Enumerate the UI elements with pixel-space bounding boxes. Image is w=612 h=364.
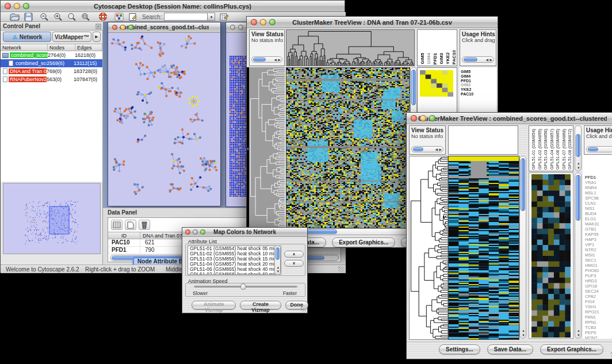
zoom-button[interactable] bbox=[269, 19, 276, 25]
attribute-list-item[interactable]: GPL51-07 (GSM868) heat shock 60 min bbox=[188, 272, 281, 275]
tab-vizmapper[interactable]: VizMapper™ bbox=[52, 32, 91, 42]
tv2-row-dendrogram[interactable] bbox=[409, 156, 448, 340]
network-list-item[interactable]: RNAPuberNov2+ 563(0) 107847(0) bbox=[1, 75, 102, 83]
gene-label[interactable]: GPI16 bbox=[584, 283, 612, 289]
network-list-item[interactable]: combined_sco 2569(6) 13112(15) bbox=[1, 59, 102, 67]
gene-label[interactable]: MON2 bbox=[584, 335, 612, 339]
gene-label[interactable]: GIM3 bbox=[460, 83, 496, 87]
vizmapper-palette-icon[interactable] bbox=[114, 13, 124, 21]
network-window-1-titlebar[interactable]: combined_scores_good.txt--cluste... bbox=[108, 22, 220, 33]
gene-label[interactable]: NIS1 bbox=[584, 206, 612, 211]
gene-label[interactable]: PFD1 bbox=[584, 175, 612, 180]
gene-label[interactable]: KAP95 bbox=[584, 232, 612, 237]
view-status-hscrollbar[interactable]: ◀▶ bbox=[411, 146, 443, 152]
gene-label[interactable]: HMG1 bbox=[584, 263, 612, 268]
close-button[interactable] bbox=[185, 229, 190, 235]
gene-label[interactable]: MSL1 bbox=[584, 190, 612, 196]
minimize-button[interactable] bbox=[238, 25, 243, 30]
zoom-button[interactable] bbox=[128, 25, 133, 30]
gene-label[interactable]: MAK31 bbox=[584, 221, 612, 227]
move-down-button[interactable]: ∨ bbox=[284, 260, 304, 267]
gene-label[interactable]: YRA1 bbox=[584, 180, 612, 185]
minimize-button[interactable] bbox=[193, 229, 198, 235]
tv2-heatmap-vscrollbar[interactable]: ▲▼ bbox=[519, 156, 526, 339]
dialog-button[interactable]: Animate Vizmap bbox=[192, 301, 236, 309]
tv1-row-dendrogram[interactable] bbox=[249, 67, 285, 227]
open-folder-icon[interactable] bbox=[10, 13, 20, 21]
gene-label[interactable]: NTR2 bbox=[584, 247, 612, 252]
network-list-item[interactable]: DNA and Tran 07 769(0) 183728(0) bbox=[1, 67, 102, 75]
gene-label[interactable]: RPO21 bbox=[584, 309, 612, 315]
resize-grip[interactable] bbox=[301, 306, 306, 312]
close-button[interactable] bbox=[112, 25, 117, 30]
float-panel-icon[interactable] bbox=[95, 24, 101, 29]
column-label[interactable]: GIM4 bbox=[426, 53, 432, 64]
tab-network[interactable]: Network bbox=[3, 32, 51, 42]
treeview1-titlebar[interactable]: ClusterMaker TreeView : DNA and Tran 07-… bbox=[247, 17, 498, 28]
tv2-zoom-heatmap[interactable] bbox=[531, 174, 571, 338]
gene-label[interactable]: VIP1 bbox=[584, 242, 612, 247]
close-button[interactable] bbox=[411, 115, 417, 121]
zoom-button[interactable] bbox=[200, 229, 205, 235]
column-label[interactable]: GPL51-02 (GSM855) bbox=[537, 129, 544, 170]
gene-label[interactable]: ELG1 bbox=[584, 216, 612, 221]
annotation-edit-icon[interactable] bbox=[128, 13, 137, 21]
search-dropdown-arrow[interactable]: ▾ bbox=[208, 13, 215, 21]
birdseye-canvas[interactable] bbox=[3, 183, 100, 254]
birdseye-view[interactable] bbox=[3, 183, 101, 254]
move-up-button[interactable]: ∧ bbox=[284, 251, 304, 258]
usage-hints-hscrollbar[interactable]: ◀▶ bbox=[462, 56, 494, 63]
gene-label[interactable]: HRD3 bbox=[584, 278, 612, 283]
tab-more-button[interactable]: ▶ bbox=[93, 32, 101, 42]
column-label[interactable]: GPL51-04 (GSM857) bbox=[549, 129, 556, 170]
gene-label[interactable]: PUF3 bbox=[584, 273, 612, 278]
zoom-button[interactable] bbox=[23, 3, 29, 9]
resize-grip[interactable] bbox=[338, 266, 345, 273]
network-view-canvas[interactable] bbox=[109, 33, 220, 206]
column-label[interactable]: GIM3 bbox=[439, 53, 445, 64]
treeview-action-button[interactable]: Export Graphics... bbox=[332, 237, 395, 247]
gene-label[interactable]: YKE2 bbox=[460, 87, 496, 92]
tv1-column-dendrogram[interactable] bbox=[286, 29, 415, 66]
zoom-button[interactable] bbox=[429, 115, 435, 121]
gene-label[interactable]: PAN1 bbox=[584, 315, 612, 320]
treeview-action-button[interactable]: Settings... bbox=[439, 344, 480, 354]
column-label[interactable]: PFD1 bbox=[433, 53, 438, 64]
column-label[interactable]: PAC10 bbox=[452, 50, 457, 64]
close-button[interactable] bbox=[251, 19, 257, 25]
gene-label[interactable]: GIM5 bbox=[460, 70, 496, 74]
zoom-in-icon[interactable] bbox=[53, 13, 63, 21]
column-label[interactable]: GPL51-08 (GSM872) bbox=[567, 129, 573, 170]
gene-label[interactable]: GTB1 bbox=[584, 227, 612, 232]
network-list-item[interactable]: combined_scores 2764(0) 16218(0) bbox=[1, 51, 102, 59]
minimize-button[interactable] bbox=[260, 19, 266, 25]
gene-label[interactable]: SEC24 bbox=[584, 289, 612, 294]
gene-label[interactable]: CLN1 bbox=[584, 201, 612, 206]
close-button[interactable] bbox=[5, 3, 11, 9]
usage-hints-hscrollbar[interactable] bbox=[586, 146, 612, 152]
dialog-button[interactable]: Create Vizmap bbox=[240, 301, 281, 309]
view-status-hscrollbar[interactable]: ◀▶ bbox=[251, 56, 282, 63]
column-label[interactable]: GIM5 bbox=[420, 53, 426, 64]
gene-label[interactable]: GIM4 bbox=[460, 74, 496, 79]
column-label[interactable]: GPL51-07 (GSM868) bbox=[561, 129, 568, 170]
new-attribute-icon[interactable] bbox=[125, 220, 136, 230]
gene-label[interactable]: CPA2 bbox=[584, 294, 612, 299]
column-label[interactable]: GPL51-01 (GSM854) bbox=[531, 129, 537, 170]
main-titlebar[interactable]: Cytoscape Desktop (Session Name: collins… bbox=[1, 1, 345, 12]
gene-label[interactable]: PHO81 bbox=[584, 268, 612, 273]
gene-label[interactable]: HAP3 bbox=[584, 237, 612, 242]
zoom-fit-selected-icon[interactable] bbox=[81, 13, 90, 21]
gene-label[interactable]: RNR4 bbox=[584, 185, 612, 190]
tv2-zoom-vscrollbar[interactable]: ▲▼ bbox=[575, 173, 582, 339]
minimize-button[interactable] bbox=[14, 3, 20, 9]
minimize-button[interactable] bbox=[420, 115, 426, 121]
search-input[interactable] bbox=[164, 13, 208, 21]
treeview-action-button[interactable]: Export Graphics... bbox=[540, 344, 603, 354]
save-icon[interactable] bbox=[24, 13, 33, 21]
attribute-list-vscrollbar[interactable]: ▲▼ bbox=[274, 246, 281, 275]
attribute-table-edit-icon[interactable] bbox=[220, 13, 229, 21]
gene-label[interactable]: PEP5 bbox=[584, 330, 612, 335]
gene-label[interactable]: MSI1 bbox=[584, 252, 612, 258]
gene-label[interactable]: PAC10 bbox=[460, 92, 496, 97]
